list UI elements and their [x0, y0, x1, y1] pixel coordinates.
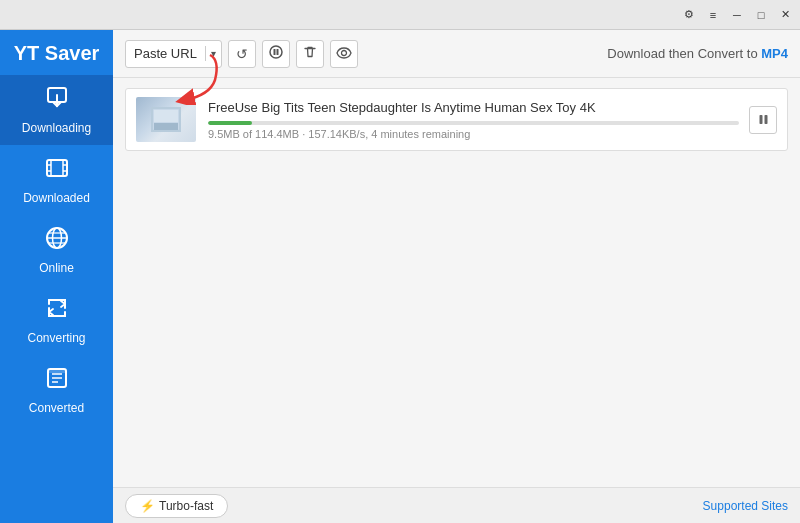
film-icon [44, 155, 70, 187]
title-bar: ⚙ ≡ ─ □ ✕ [0, 0, 800, 30]
sidebar: YT Saver Downloading [0, 30, 113, 523]
menu-button[interactable]: ≡ [702, 5, 724, 25]
lightning-icon: ⚡ [140, 499, 155, 513]
toolbar-right: Download then Convert to MP4 [607, 46, 788, 61]
pause-button[interactable] [749, 106, 777, 134]
table-row: FreeUse Big Tits Teen Stepdaughter Is An… [125, 88, 788, 151]
sidebar-item-converting[interactable]: Converting [0, 285, 113, 355]
toolbar-left: Paste URL ▾ ↺ [125, 40, 358, 68]
content-area: Paste URL ▾ ↺ [113, 30, 800, 523]
thumbnail-image [136, 97, 196, 142]
globe-icon [44, 225, 70, 257]
pause-all-button[interactable] [262, 40, 290, 68]
title-bar-controls: ⚙ ≡ ─ □ ✕ [678, 5, 796, 25]
sidebar-item-downloading[interactable]: Downloading [0, 75, 113, 145]
convert-format-link[interactable]: MP4 [761, 46, 788, 61]
svg-rect-26 [154, 123, 178, 130]
view-button[interactable] [330, 40, 358, 68]
settings-button[interactable]: ⚙ [678, 5, 700, 25]
toolbar: Paste URL ▾ ↺ [113, 30, 800, 78]
sidebar-item-online[interactable]: Online [0, 215, 113, 285]
turbo-label: Turbo-fast [159, 499, 213, 513]
bottom-bar: ⚡ Turbo-fast Supported Sites [113, 487, 800, 523]
download-thumbnail [136, 97, 196, 142]
svg-rect-27 [759, 115, 762, 124]
paste-url-label: Paste URL [126, 46, 206, 61]
supported-sites-link[interactable]: Supported Sites [703, 499, 788, 513]
download-list: FreeUse Big Tits Teen Stepdaughter Is An… [113, 78, 800, 487]
delete-button[interactable] [296, 40, 324, 68]
maximize-button[interactable]: □ [750, 5, 772, 25]
progress-bar-background [208, 121, 739, 125]
convert-icon [44, 295, 70, 327]
sidebar-label-converting: Converting [27, 331, 85, 345]
close-button[interactable]: ✕ [774, 5, 796, 25]
list-icon [44, 365, 70, 397]
download-stats: 9.5MB of 114.4MB · 157.14KB/s, 4 minutes… [208, 128, 739, 140]
paste-url-dropdown-icon: ▾ [206, 48, 221, 59]
svg-rect-28 [764, 115, 767, 124]
app-title: YT Saver [0, 30, 113, 75]
minimize-button[interactable]: ─ [726, 5, 748, 25]
turbo-fast-button[interactable]: ⚡ Turbo-fast [125, 494, 228, 518]
svg-rect-21 [276, 49, 278, 55]
svg-rect-2 [47, 160, 67, 176]
sidebar-label-downloaded: Downloaded [23, 191, 90, 205]
sidebar-label-converted: Converted [29, 401, 84, 415]
download-actions [749, 106, 777, 134]
app-container: YT Saver Downloading [0, 30, 800, 523]
svg-point-22 [341, 50, 346, 55]
sidebar-label-downloading: Downloading [22, 121, 91, 135]
undo-button[interactable]: ↺ [228, 40, 256, 68]
svg-rect-25 [154, 110, 178, 122]
undo-icon: ↺ [236, 46, 248, 62]
sidebar-item-converted[interactable]: Converted [0, 355, 113, 425]
download-title: FreeUse Big Tits Teen Stepdaughter Is An… [208, 100, 739, 115]
delete-icon [303, 45, 317, 62]
convert-label: Download then Convert to [607, 46, 757, 61]
svg-rect-20 [273, 49, 275, 55]
sidebar-label-online: Online [39, 261, 74, 275]
svg-point-19 [270, 46, 282, 58]
pause-icon [269, 45, 283, 62]
eye-icon [336, 46, 352, 62]
paste-url-button[interactable]: Paste URL ▾ [125, 40, 222, 68]
progress-bar-fill [208, 121, 252, 125]
download-icon [44, 85, 70, 117]
download-info: FreeUse Big Tits Teen Stepdaughter Is An… [208, 100, 739, 140]
svg-rect-18 [48, 369, 66, 373]
sidebar-item-downloaded[interactable]: Downloaded [0, 145, 113, 215]
progress-container: 9.5MB of 114.4MB · 157.14KB/s, 4 minutes… [208, 121, 739, 140]
